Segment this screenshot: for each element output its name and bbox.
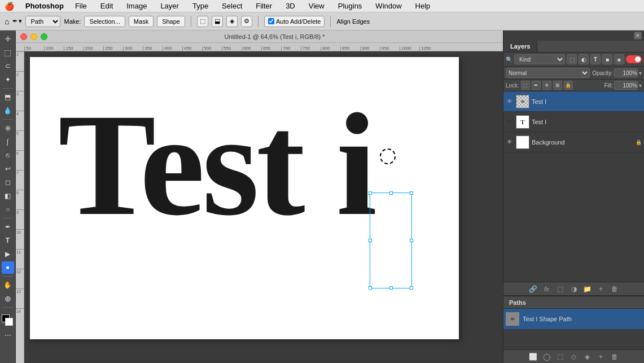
- link-layers-button[interactable]: 🔗: [528, 284, 538, 294]
- lasso-tool[interactable]: ⊂: [2, 60, 14, 72]
- close-button[interactable]: [20, 33, 27, 40]
- healing-tool[interactable]: ⊕: [2, 122, 14, 134]
- menu-select[interactable]: Select: [220, 1, 244, 11]
- text-tool[interactable]: T: [2, 234, 14, 247]
- fill-input[interactable]: [614, 81, 638, 90]
- maximize-button[interactable]: [41, 33, 47, 40]
- menu-image[interactable]: Image: [124, 1, 149, 11]
- delete-layer-button[interactable]: 🗑: [610, 284, 620, 294]
- opacity-dropdown-icon[interactable]: ▾: [639, 70, 642, 76]
- opacity-input[interactable]: [614, 68, 638, 77]
- handle-mid-right[interactable]: [410, 239, 413, 242]
- blend-mode-select[interactable]: Normal Multiply Screen: [506, 68, 590, 78]
- handle-bottom-left[interactable]: [369, 286, 372, 290]
- panel-close-button[interactable]: ✕: [634, 32, 642, 40]
- layer-row-test-i-text[interactable]: 👁 T Test I: [503, 112, 644, 132]
- layer-row-background[interactable]: 👁 Background 🔒: [503, 132, 644, 152]
- adjustment-button[interactable]: ◑: [569, 284, 579, 294]
- handle-top-mid[interactable]: [389, 191, 393, 195]
- menu-layer[interactable]: Layer: [158, 1, 181, 11]
- menu-type[interactable]: Type: [190, 1, 211, 11]
- minimize-button[interactable]: [30, 33, 37, 40]
- path-select-tool[interactable]: ▶: [2, 248, 14, 260]
- canvas-document[interactable]: Test i: [30, 57, 459, 339]
- group-button[interactable]: 📁: [582, 284, 593, 294]
- hand-tool[interactable]: ✋: [2, 279, 14, 291]
- fx-button[interactable]: fx: [542, 284, 552, 294]
- selection-button[interactable]: Selection...: [84, 16, 125, 27]
- tab-layers[interactable]: Layers: [503, 41, 537, 52]
- mask-from-path-button[interactable]: ◈: [582, 352, 593, 362]
- background-color[interactable]: [5, 318, 13, 326]
- history-tool[interactable]: ↩: [2, 163, 14, 175]
- shape-tool[interactable]: ■: [2, 261, 14, 274]
- lock-artboard-icon[interactable]: ⊞: [553, 81, 562, 90]
- dodge-tool[interactable]: ○: [2, 203, 14, 216]
- lock-position-icon[interactable]: ⬚: [521, 81, 530, 90]
- path-to-selection-button[interactable]: ⬚: [555, 352, 566, 362]
- lock-draw-icon[interactable]: ✒: [532, 81, 541, 90]
- lock-move-icon[interactable]: ✛: [542, 81, 551, 90]
- new-path-button[interactable]: +: [596, 352, 606, 362]
- add-mask-button[interactable]: ⬚: [555, 284, 566, 294]
- shape-filter-icon[interactable]: ■: [602, 54, 612, 64]
- eraser-tool[interactable]: ◻: [2, 176, 14, 189]
- path-mode-select[interactable]: Path Shape Pixels: [25, 16, 60, 27]
- handle-bottom-right[interactable]: [410, 286, 413, 290]
- move-tool[interactable]: ✛: [2, 33, 14, 45]
- path-row[interactable]: Ti Test I Shape Path: [503, 309, 644, 329]
- brush-tool[interactable]: ∫: [2, 135, 14, 148]
- canvas-content[interactable]: Test i: [24, 51, 503, 363]
- menu-help[interactable]: Help: [413, 1, 433, 11]
- tab-paths[interactable]: Paths: [503, 298, 532, 308]
- menu-view[interactable]: View: [306, 1, 327, 11]
- fill-dropdown-icon[interactable]: ▾: [639, 82, 642, 89]
- handle-top-right[interactable]: [410, 191, 413, 195]
- shape-button[interactable]: Shape: [157, 16, 185, 27]
- new-layer-button[interactable]: +: [596, 284, 606, 294]
- visibility-toggle-3[interactable]: 👁: [506, 138, 514, 146]
- menu-file[interactable]: File: [73, 1, 89, 11]
- zoom-tool[interactable]: ⊕: [2, 292, 14, 305]
- align-left-icon[interactable]: ⬓: [212, 16, 223, 27]
- filter-toggle[interactable]: [626, 55, 642, 63]
- delete-path-button[interactable]: 🗑: [610, 352, 620, 362]
- color-picker-area[interactable]: [2, 312, 14, 326]
- eyedropper-tool[interactable]: 💧: [2, 104, 14, 117]
- menu-window[interactable]: Window: [373, 1, 404, 11]
- visibility-toggle-2[interactable]: 👁: [506, 118, 514, 126]
- pen-tool-indicator[interactable]: ✒ ▾: [12, 18, 22, 25]
- apple-logo[interactable]: 🍎: [5, 2, 14, 11]
- menu-filter[interactable]: Filter: [253, 1, 274, 11]
- menu-3d[interactable]: 3D: [283, 1, 297, 11]
- pen-tool[interactable]: ✒: [2, 221, 14, 233]
- adjustment-filter-icon[interactable]: ◐: [579, 54, 589, 64]
- handle-bottom-mid[interactable]: [389, 286, 393, 290]
- auto-add-delete-checkbox[interactable]: Auto Add/Delete: [264, 16, 325, 27]
- transform-icon[interactable]: ⬚: [197, 16, 208, 27]
- align-right-icon[interactable]: ◈: [226, 16, 238, 27]
- lock-all-icon[interactable]: 🔒: [564, 81, 573, 90]
- settings-icon[interactable]: ⚙: [241, 16, 252, 27]
- selection-to-path-button[interactable]: ◇: [569, 352, 579, 362]
- path-fill-button[interactable]: ⬜: [528, 352, 538, 362]
- visibility-toggle-1[interactable]: 👁: [506, 98, 514, 106]
- kind-select[interactable]: Kind: [514, 54, 565, 64]
- pixel-filter-icon[interactable]: ⬚: [567, 54, 577, 64]
- lock-fill-row: Lock: ⬚ ✒ ✛ ⊞ 🔒 Fill: ▾: [503, 80, 644, 91]
- clone-stamp-tool[interactable]: ⎋: [2, 149, 14, 161]
- crop-tool[interactable]: ⬒: [2, 91, 14, 103]
- mask-button[interactable]: Mask: [129, 16, 154, 27]
- menu-edit[interactable]: Edit: [98, 1, 115, 11]
- gradient-tool[interactable]: ◧: [2, 190, 14, 202]
- smart-filter-icon[interactable]: ◈: [614, 54, 624, 64]
- magic-wand-tool[interactable]: ✦: [2, 73, 14, 86]
- type-filter-icon[interactable]: T: [590, 54, 601, 64]
- tool-home-icon[interactable]: ⌂: [5, 17, 9, 26]
- marquee-tool[interactable]: ⬚: [2, 46, 14, 59]
- more-tools[interactable]: ⋯: [2, 329, 14, 342]
- paths-tab-row: Paths: [503, 296, 644, 309]
- menu-plugins[interactable]: Plugins: [336, 1, 365, 11]
- layer-row-test-i-smart[interactable]: 👁 Ti Test I: [503, 91, 644, 112]
- path-stroke-button[interactable]: ◯: [542, 352, 552, 362]
